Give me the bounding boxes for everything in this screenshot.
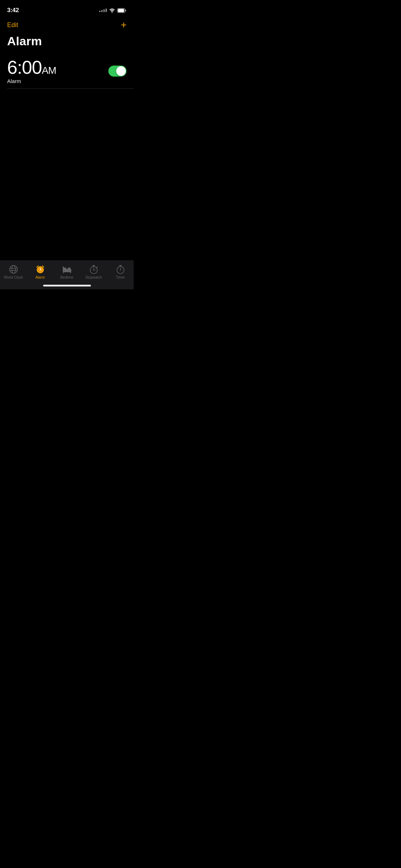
timer-icon xyxy=(115,264,125,274)
svg-point-14 xyxy=(40,269,41,270)
wifi-icon xyxy=(109,8,115,13)
alarm-time-value: 6:00 xyxy=(7,57,42,78)
status-icons xyxy=(99,8,127,13)
svg-rect-2 xyxy=(125,10,126,11)
status-time: 3:42 xyxy=(7,7,19,14)
page-title: Alarm xyxy=(0,33,134,54)
svg-line-9 xyxy=(37,266,38,267)
svg-point-0 xyxy=(112,12,113,12)
tab-world-clock-label: World Clock xyxy=(4,275,23,279)
alarm-label: Alarm xyxy=(7,78,56,84)
svg-point-32 xyxy=(120,270,120,270)
signal-icon xyxy=(99,9,107,12)
alarm-ampm: AM xyxy=(42,65,56,76)
svg-point-5 xyxy=(12,265,15,273)
toggle-knob xyxy=(116,66,126,76)
status-bar: 3:42 xyxy=(0,0,134,16)
nav-bar: Edit + xyxy=(0,16,134,33)
edit-button[interactable]: Edit xyxy=(7,21,18,29)
alarm-clock-icon xyxy=(35,264,45,274)
svg-point-27 xyxy=(93,270,94,270)
tab-alarm-label: Alarm xyxy=(35,275,45,279)
home-indicator xyxy=(43,285,91,286)
alarm-list: 6:00AM Alarm xyxy=(0,54,134,89)
tab-bedtime[interactable]: Bedtime xyxy=(56,264,78,279)
tab-stopwatch-label: Stopwatch xyxy=(85,275,102,279)
svg-rect-20 xyxy=(63,267,64,269)
tab-world-clock[interactable]: World Clock xyxy=(3,264,24,279)
battery-icon xyxy=(117,8,127,13)
svg-rect-16 xyxy=(63,268,66,270)
alarm-item[interactable]: 6:00AM Alarm xyxy=(7,54,134,89)
svg-rect-17 xyxy=(68,268,71,270)
tab-timer[interactable]: Timer xyxy=(110,264,131,279)
tab-bedtime-label: Bedtime xyxy=(60,275,73,279)
alarm-toggle[interactable] xyxy=(108,66,127,77)
bed-icon xyxy=(62,264,72,274)
add-alarm-button[interactable]: + xyxy=(121,20,127,30)
svg-rect-22 xyxy=(93,265,95,266)
svg-line-10 xyxy=(42,266,44,267)
svg-line-24 xyxy=(97,267,97,268)
tab-stopwatch[interactable]: Stopwatch xyxy=(83,264,104,279)
alarm-time-block: 6:00AM Alarm xyxy=(7,58,56,84)
tab-alarm[interactable]: Alarm xyxy=(30,264,51,279)
alarm-time: 6:00AM xyxy=(7,58,56,77)
tab-timer-label: Timer xyxy=(116,275,125,279)
stopwatch-icon xyxy=(89,264,99,274)
svg-rect-3 xyxy=(118,9,124,12)
svg-point-4 xyxy=(10,265,17,273)
globe-icon xyxy=(9,264,19,274)
